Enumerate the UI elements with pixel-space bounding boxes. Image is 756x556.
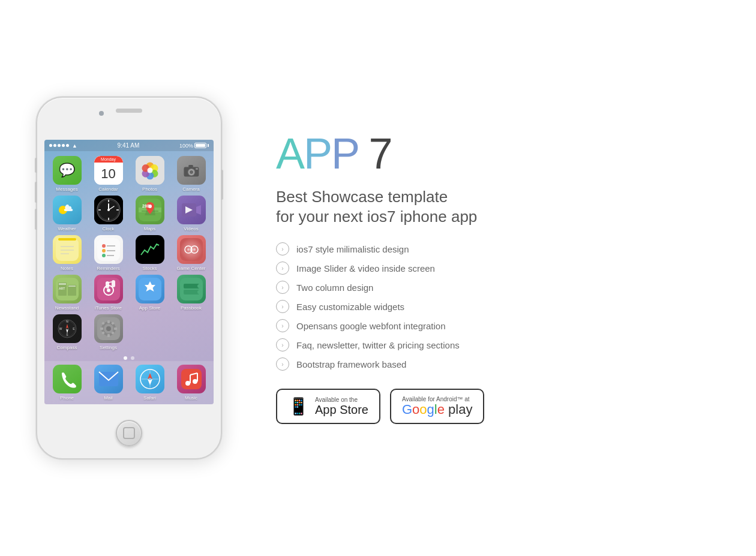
app-icon-gamecenter	[177, 235, 206, 264]
app-icon-camera	[177, 156, 206, 185]
app-gamecenter[interactable]: Game Center	[172, 235, 210, 271]
app-maps[interactable]: 280 Maps	[131, 196, 169, 232]
app-icon-appstore	[136, 275, 164, 303]
appstore-button[interactable]: 📱 Available on the App Store	[276, 389, 380, 424]
svg-point-11	[190, 170, 193, 174]
svg-rect-95	[181, 369, 202, 389]
app-icon-settings	[94, 314, 123, 343]
home-button-inner	[123, 427, 135, 439]
app-label-phone: Phone	[60, 395, 74, 401]
volume-down-button	[35, 209, 37, 230]
app-icon-weather	[53, 196, 82, 224]
battery-tip	[208, 144, 209, 147]
signal-dot	[66, 144, 69, 147]
title-7: 7	[368, 130, 391, 178]
home-button-wrap	[116, 420, 142, 446]
app-label-videos: Videos	[184, 226, 198, 232]
chevron-icon-3: ›	[276, 281, 289, 294]
app-mail[interactable]: Mail	[89, 365, 127, 401]
app-icon-notes	[53, 235, 82, 264]
app-passbook[interactable]: Passbook	[172, 275, 210, 311]
svg-point-96	[185, 381, 190, 386]
svg-point-58	[107, 288, 110, 292]
title-space	[359, 133, 368, 177]
feature-item-4: › Easy customizable widgets	[276, 300, 720, 313]
app-music[interactable]: Music	[172, 365, 210, 401]
svg-rect-59	[112, 280, 115, 287]
app-icon-music	[177, 365, 206, 393]
app-camera[interactable]: Camera	[172, 156, 210, 192]
app-phone[interactable]: Phone	[48, 365, 86, 401]
feature-item-1: › ios7 style milimalistic design	[276, 242, 720, 256]
phone-mockup: ▲ 9:41 AM 100% 💬	[36, 97, 228, 459]
app-icon-passbook	[177, 275, 206, 303]
app-messages[interactable]: 💬 Messages	[48, 156, 86, 192]
app-safari[interactable]: Safari	[131, 365, 169, 401]
app-icon-maps: 280	[136, 196, 164, 224]
app-stocks[interactable]: Stocks	[131, 235, 169, 271]
feature-item-7: › Bootstrap framework based	[276, 357, 720, 371]
app-appstore[interactable]: App Store	[131, 275, 169, 311]
app-settings[interactable]: Settings	[89, 314, 127, 350]
speaker-grill	[116, 109, 142, 113]
svg-point-80	[106, 326, 111, 331]
feature-text-5: Opensans google webfont integration	[296, 321, 446, 331]
app-itunes[interactable]: iTunes Store	[89, 275, 127, 311]
app-label-itunes: iTunes Store	[95, 305, 122, 311]
svg-point-49	[193, 248, 196, 251]
app-label-notes: Notes	[61, 266, 73, 271]
svg-rect-12	[188, 165, 193, 167]
svg-rect-63	[180, 278, 203, 300]
feature-text-7: Bootstrap framework based	[296, 359, 406, 369]
subtitle-line2: for your next ios7 iphone app	[276, 207, 720, 227]
app-clock[interactable]: Clock	[89, 196, 127, 232]
googleplay-text: Available for Android™ at Google play	[402, 396, 473, 417]
front-camera	[99, 111, 104, 116]
googleplay-button[interactable]: Available for Android™ at Google play	[390, 389, 485, 424]
signal-dot	[58, 144, 61, 147]
svg-point-48	[187, 248, 190, 251]
home-button[interactable]	[116, 420, 142, 446]
feature-text-3: Two column design	[296, 282, 373, 293]
app-weather[interactable]: Weather	[48, 196, 86, 232]
page-dots	[44, 355, 214, 361]
app-title: APP 7	[276, 132, 720, 175]
svg-rect-33	[58, 238, 76, 241]
app-label-messages: Messages	[56, 187, 77, 192]
app-icon-videos	[177, 196, 206, 224]
chevron-icon-4: ›	[276, 300, 289, 313]
app-reminders[interactable]: Reminders	[89, 235, 127, 271]
app-subtitle: Best Showcase template for your next ios…	[276, 187, 720, 228]
app-label-photos: Photos	[142, 187, 157, 192]
appstore-icon: 📱	[288, 398, 309, 415]
app-grid: 💬 Messages Monday 10 Calendar	[44, 151, 214, 355]
app-icon-stocks	[136, 235, 164, 264]
svg-rect-54	[68, 285, 76, 287]
svg-text:W: W	[59, 327, 62, 330]
title-letter-p1: P	[304, 130, 331, 178]
svg-rect-65	[184, 290, 199, 294]
app-icon-phone	[53, 365, 82, 393]
app-notes[interactable]: Notes	[48, 235, 86, 271]
store-buttons: 📱 Available on the App Store Available f…	[276, 389, 720, 424]
svg-rect-53	[59, 283, 66, 285]
appstore-text: Available on the App Store	[315, 396, 368, 416]
app-photos[interactable]: Photos	[131, 156, 169, 192]
googleplay-big-text: Google play	[402, 402, 473, 417]
svg-rect-81	[107, 320, 110, 323]
app-label-clock: Clock	[102, 226, 114, 232]
app-videos[interactable]: Videos	[172, 196, 210, 232]
app-label-appstore: App Store	[139, 305, 161, 311]
phone-dock: Phone Mail	[44, 361, 214, 404]
app-icon-safari	[136, 365, 164, 393]
app-compass[interactable]: N S W E Compass	[48, 314, 86, 350]
svg-rect-13	[196, 168, 198, 170]
app-calendar[interactable]: Monday 10 Calendar	[89, 156, 127, 192]
app-label-music: Music	[185, 395, 197, 401]
battery-percent: 100%	[179, 143, 193, 149]
feature-text-1: ios7 style milimalistic design	[296, 244, 409, 254]
app-icon-calendar: Monday 10	[94, 156, 123, 185]
app-newsstand[interactable]: ART Newsstand	[48, 275, 86, 311]
feature-item-6: › Faq, newsletter, twitter & pricing sec…	[276, 338, 720, 351]
svg-text:N: N	[66, 320, 68, 323]
